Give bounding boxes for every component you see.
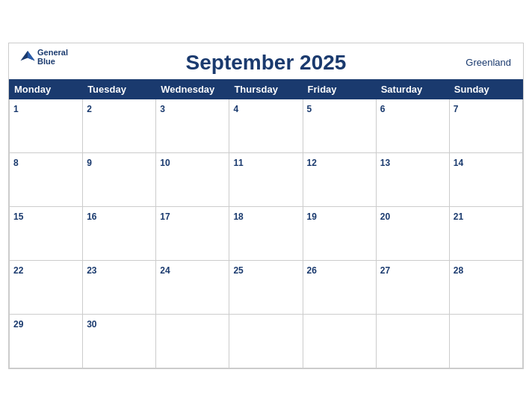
logo-texts: General Blue: [37, 48, 68, 66]
logo-bird-icon: [19, 49, 36, 65]
calendar-cell: [449, 314, 522, 368]
calendar-cell: 6: [376, 99, 449, 152]
day-number: 5: [307, 104, 312, 114]
calendar-cell: 8: [10, 152, 83, 206]
calendar-cell: [376, 314, 449, 368]
header-monday: Monday: [10, 79, 83, 99]
header-wednesday: Wednesday: [156, 79, 229, 99]
day-number: 17: [160, 211, 170, 222]
header-tuesday: Tuesday: [83, 79, 156, 99]
day-number: 4: [233, 104, 238, 114]
calendar-table: Monday Tuesday Wednesday Thursday Friday…: [9, 79, 523, 368]
day-number: 6: [380, 104, 386, 114]
calendar-header: General Blue September 2025 Greenland: [9, 43, 523, 79]
calendar-cell: 23: [83, 260, 156, 314]
header-thursday: Thursday: [229, 79, 303, 99]
day-number: 12: [307, 158, 317, 168]
day-number: 26: [307, 265, 317, 276]
week-row-4: 22232425262728: [10, 260, 523, 314]
day-number: 18: [233, 211, 243, 222]
calendar-container: General Blue September 2025 Greenland Mo…: [8, 43, 524, 369]
calendar-cell: 10: [156, 152, 229, 206]
calendar-cell: [229, 314, 303, 368]
calendar-cell: 17: [156, 206, 229, 260]
week-row-1: 1234567: [10, 99, 523, 152]
logo-general: General: [37, 48, 68, 57]
svg-marker-1: [28, 51, 35, 61]
header-sunday: Sunday: [449, 79, 522, 99]
calendar-cell: 11: [229, 152, 303, 206]
week-row-5: 2930: [10, 314, 523, 368]
calendar-cell: 12: [303, 152, 376, 206]
calendar-cell: 13: [376, 152, 449, 206]
calendar-cell: 29: [10, 314, 83, 368]
calendar-cell: 27: [376, 260, 449, 314]
calendar-cell: 22: [10, 260, 83, 314]
calendar-cell: 19: [303, 206, 376, 260]
day-number: 13: [380, 158, 390, 168]
day-number: 30: [87, 319, 96, 330]
day-number: 25: [233, 265, 243, 276]
calendar-cell: 1: [10, 99, 83, 152]
calendar-cell: 15: [10, 206, 83, 260]
header-friday: Friday: [303, 79, 376, 99]
week-row-2: 891011121314: [10, 152, 523, 206]
day-number: 16: [87, 211, 96, 222]
day-number: 3: [160, 104, 165, 114]
calendar-cell: 26: [303, 260, 376, 314]
day-number: 21: [454, 211, 463, 222]
day-number: 8: [13, 158, 19, 168]
calendar-cell: [156, 314, 229, 368]
calendar-cell: 24: [156, 260, 229, 314]
calendar-cell: 5: [303, 99, 376, 152]
month-title: September 2025: [21, 51, 511, 75]
day-number: 15: [13, 211, 23, 222]
calendar-cell: 3: [156, 99, 229, 152]
calendar-cell: 2: [83, 99, 156, 152]
calendar-cell: 14: [449, 152, 522, 206]
weekday-header-row: Monday Tuesday Wednesday Thursday Friday…: [10, 79, 523, 99]
calendar-cell: 18: [229, 206, 303, 260]
region-label: Greenland: [466, 57, 511, 68]
day-number: 23: [87, 265, 96, 276]
day-number: 19: [307, 211, 317, 222]
day-number: 24: [160, 265, 170, 276]
logo-wrapper: General Blue: [19, 48, 68, 66]
week-row-3: 15161718192021: [10, 206, 523, 260]
calendar-cell: 9: [83, 152, 156, 206]
day-number: 1: [13, 104, 19, 114]
calendar-cell: 4: [229, 99, 303, 152]
calendar-cell: [303, 314, 376, 368]
calendar-cell: 21: [449, 206, 522, 260]
day-number: 14: [454, 158, 463, 168]
calendar-cell: 20: [376, 206, 449, 260]
day-number: 22: [13, 265, 23, 276]
day-number: 29: [13, 319, 23, 330]
calendar-cell: 7: [449, 99, 522, 152]
calendar-cell: 30: [83, 314, 156, 368]
day-number: 2: [87, 104, 92, 114]
day-number: 9: [87, 158, 92, 168]
day-number: 27: [380, 265, 390, 276]
calendar-cell: 28: [449, 260, 522, 314]
calendar-cell: 16: [83, 206, 156, 260]
day-number: 7: [454, 104, 459, 114]
day-number: 10: [160, 158, 170, 168]
header-saturday: Saturday: [376, 79, 449, 99]
calendar-cell: 25: [229, 260, 303, 314]
day-number: 20: [380, 211, 390, 222]
day-number: 11: [233, 158, 243, 168]
day-number: 28: [454, 265, 463, 276]
logo-blue: Blue: [37, 57, 68, 66]
